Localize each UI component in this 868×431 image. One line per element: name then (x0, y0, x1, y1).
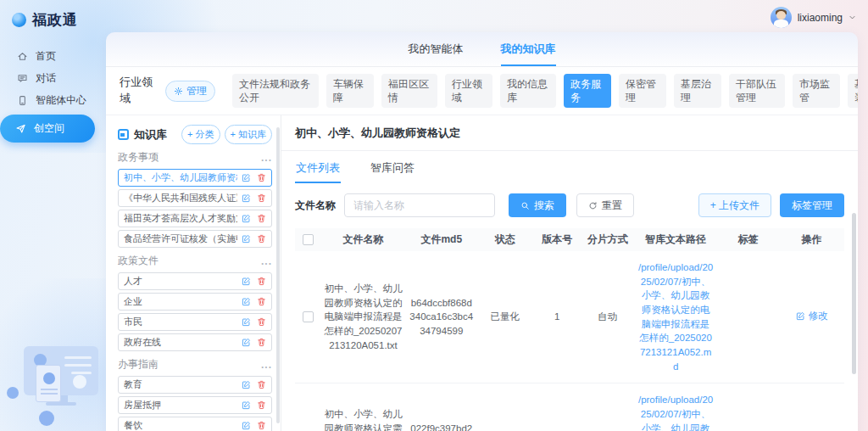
more-icon[interactable]: ... (261, 152, 272, 164)
search-icon (520, 201, 530, 210)
list-item[interactable]: 初中、小学、幼儿园教师资格... (118, 169, 272, 187)
industry-chip[interactable]: 我的信息库 (500, 74, 556, 108)
gear-icon (174, 87, 183, 96)
industry-chip[interactable]: 福田区区情 (381, 74, 437, 108)
edit-icon[interactable] (242, 173, 251, 182)
industry-chip[interactable]: 基层武装 (848, 74, 858, 108)
edit-icon[interactable] (242, 193, 251, 203)
sidebar-item-label: 创空间 (34, 121, 64, 136)
manage-button[interactable]: 管理 (165, 81, 215, 102)
table-row: 初中、小学、幼儿园教师资格认定的电脑端申报流程是怎样的_202502072131… (295, 251, 844, 383)
list-item[interactable]: 市民 (118, 313, 272, 331)
industry-chip-active[interactable]: 政务服务 (564, 74, 611, 108)
col-status: 状态 (477, 232, 534, 247)
sidebar-item-create-space[interactable]: 创空间 (0, 115, 95, 143)
file-name: 初中、小学、幼儿园教师资格认定需要什么申请材料_20250207213127A0… (320, 407, 406, 431)
sidebar-item-home[interactable]: 首页 (0, 45, 100, 67)
search-input[interactable] (344, 193, 495, 217)
trash-icon[interactable] (257, 400, 266, 410)
trash-icon[interactable] (257, 277, 266, 286)
edit-icon[interactable] (242, 317, 251, 327)
username: lixiaoming (798, 12, 843, 24)
industry-chip[interactable]: 行业领域 (445, 74, 492, 108)
industry-chip[interactable]: 基层治理 (674, 74, 721, 108)
tab-file-list[interactable]: 文件列表 (295, 153, 341, 183)
col-file-name: 文件名称 (320, 232, 406, 247)
edit-icon[interactable] (242, 400, 251, 410)
select-all-checkbox[interactable] (303, 234, 314, 245)
upload-file-button[interactable]: + 上传文件 (698, 193, 771, 217)
edit-icon[interactable] (242, 297, 251, 306)
trash-icon[interactable] (257, 193, 266, 203)
chat-icon (17, 73, 28, 84)
edit-icon[interactable] (242, 380, 251, 389)
industry-chip[interactable]: 车辆保障 (326, 74, 374, 108)
industry-chip[interactable]: 市场监管 (793, 74, 840, 108)
scrollbar[interactable] (852, 213, 856, 374)
trash-icon[interactable] (257, 421, 266, 430)
edit-icon[interactable] (242, 338, 251, 347)
col-file-md5: 文件md5 (406, 232, 477, 247)
trash-icon[interactable] (257, 317, 266, 327)
trash-icon[interactable] (257, 297, 266, 306)
trash-icon[interactable] (257, 380, 266, 389)
more-icon[interactable]: ... (261, 359, 272, 371)
trash-icon[interactable] (257, 338, 266, 347)
kb-panel: 知识库 + 分类 + 知识库 政务事项 ... 初中、小学、幼儿园教师资格...… (106, 115, 281, 431)
scrollbar[interactable] (276, 127, 280, 423)
tab-my-agents[interactable]: 我的智能体 (409, 42, 464, 66)
file-name: 初中、小学、幼儿园教师资格认定的电脑端申报流程是怎样的_202502072131… (320, 282, 406, 352)
industry-label: 行业领域 (120, 75, 159, 107)
sidebar-item-agent-center[interactable]: 智能体中心 (0, 89, 100, 111)
col-version: 版本号 (533, 232, 581, 247)
search-button[interactable]: 搜索 (509, 193, 566, 217)
avatar (771, 7, 792, 28)
list-item[interactable]: 人才 (118, 272, 272, 290)
list-item[interactable]: 餐饮 (118, 417, 272, 431)
file-table: 文件名称 文件md5 状态 版本号 分片方式 智库文本路径 标签 操作 初中、小… (295, 228, 844, 431)
list-item[interactable]: 食品经营许可证核发（实施申... (118, 230, 272, 248)
industry-bar: 行业领域 管理 文件法规和政务公开 车辆保障 福田区区情 行业领域 我的信息库 … (106, 67, 858, 115)
edit-icon[interactable] (242, 421, 251, 430)
detail-panel: 初中、小学、幼儿园教师资格认定 文件列表 智库问答 文件名称 搜索 重置 + 上 (281, 115, 858, 431)
tab-my-knowledge-bases[interactable]: 我的知识库 (501, 42, 556, 66)
list-item[interactable]: 房屋抵押 (118, 396, 272, 414)
text-path-link[interactable]: /profile/upload/2025/02/07/初中、小学、幼儿园教师资格… (634, 393, 716, 431)
list-item[interactable]: 政府在线 (118, 333, 272, 351)
industry-chip[interactable]: 干部队伍管理 (729, 74, 785, 108)
list-item[interactable]: 教育 (118, 376, 272, 394)
tag-manage-button[interactable]: 标签管理 (780, 193, 844, 217)
industry-chip[interactable]: 保密管理 (619, 74, 666, 108)
edit-icon[interactable] (242, 277, 251, 286)
edit-icon[interactable] (242, 234, 251, 243)
trash-icon[interactable] (257, 173, 266, 182)
row-checkbox[interactable] (303, 311, 314, 322)
reset-button[interactable]: 重置 (576, 193, 634, 217)
trash-icon[interactable] (257, 214, 266, 223)
user-menu[interactable]: lixiaoming (771, 7, 856, 28)
sidebar-item-label: 首页 (36, 49, 56, 64)
col-tag: 标签 (717, 232, 779, 247)
list-item[interactable]: 企业 (118, 293, 272, 311)
add-kb-button[interactable]: + 知识库 (225, 125, 272, 144)
list-item[interactable]: 福田英才荟高层次人才奖励支持 (118, 210, 272, 227)
version: 1 (533, 310, 581, 324)
sidebar-nav: 首页 对话 智能体中心 创空间 (0, 45, 100, 143)
industry-chip[interactable]: 文件法规和政务公开 (232, 74, 319, 108)
page-title: 初中、小学、幼儿园教师资格认定 (295, 126, 844, 141)
chunk-mode: 自动 (581, 310, 634, 324)
modify-button[interactable]: 修改 (796, 309, 828, 323)
more-icon[interactable]: ... (261, 255, 272, 267)
add-category-button[interactable]: + 分类 (181, 125, 220, 144)
text-path-link[interactable]: /profile/upload/2025/02/07/初中、小学、幼儿园教师资格… (634, 260, 716, 373)
home-icon (17, 51, 28, 62)
edit-icon[interactable] (242, 214, 251, 223)
sidebar-item-label: 对话 (36, 71, 56, 86)
kb-icon (118, 129, 129, 140)
trash-icon[interactable] (257, 234, 266, 243)
sidebar: 福政通 首页 对话 智能体中心 创空间 (0, 0, 100, 431)
sidebar-item-chat[interactable]: 对话 (0, 67, 100, 89)
phone-icon (17, 95, 28, 106)
tab-kb-qa[interactable]: 智库问答 (370, 153, 415, 183)
list-item[interactable]: 《中华人民共和国残疾人证》... (118, 189, 272, 207)
